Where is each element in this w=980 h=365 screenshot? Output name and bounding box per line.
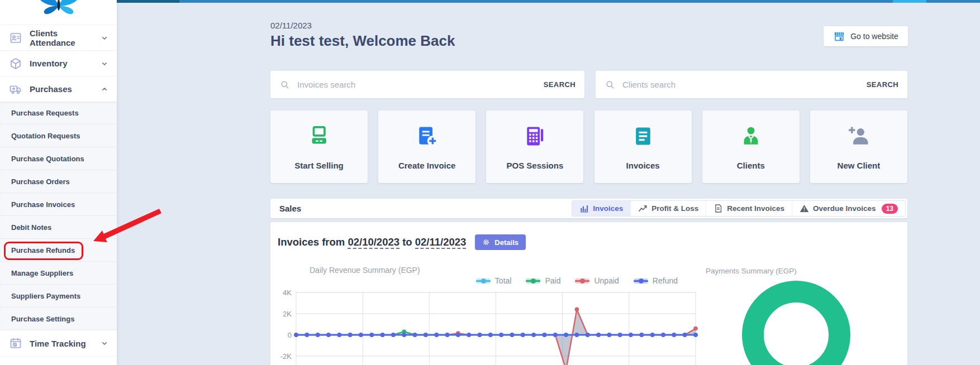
sidebar-item-time-tracking[interactable]: Time Tracking — [0, 330, 117, 356]
invoices-summary-panel: Invoices from 02/10/2023 to 02/11/2023 D… — [270, 222, 907, 365]
sidebar-subitem-quotation-requests[interactable]: Quotation Requests — [0, 124, 117, 147]
butterfly-logo-icon — [34, 0, 83, 25]
quick-actions-row: Start Selling Create Invoice POS Session… — [270, 111, 907, 183]
invoices-search-input[interactable] — [297, 80, 537, 89]
sidebar-item-purchases[interactable]: Purchases — [0, 76, 117, 102]
sidebar-subitem-purchase-quotations[interactable]: Purchase Quotations — [0, 147, 117, 170]
tab-recent-invoices[interactable]: Recent Invoices — [706, 201, 792, 216]
sidebar-subitem-suppliers-payments[interactable]: Suppliers Payments — [0, 285, 117, 308]
tab-profit-loss[interactable]: Profit & Loss — [630, 201, 706, 216]
clients-card[interactable]: Clients — [702, 111, 800, 183]
sidebar-item-inventory[interactable]: Inventory — [0, 50, 117, 76]
sidebar-subitem-purchase-settings[interactable]: Purchase Settings — [0, 308, 117, 330]
svg-text:2K: 2K — [283, 310, 292, 318]
start-selling-card[interactable]: Start Selling — [270, 111, 368, 183]
invoices-search-button[interactable]: SEARCH — [544, 80, 575, 89]
purchases-submenu: Purchase Requests Quotation Requests Pur… — [0, 102, 117, 330]
heading-to: to — [399, 236, 415, 248]
details-button-label: Details — [494, 238, 518, 247]
go-to-website-button[interactable]: Go to website — [824, 26, 908, 46]
sidebar: Clients Attendance Inventory — [0, 0, 117, 365]
greeting-rest: Welcome Back — [349, 32, 455, 49]
person-icon — [739, 124, 763, 148]
page-title: Hi test test, Welcome Back — [270, 32, 455, 50]
sidebar-subitem-purchase-invoices[interactable]: Purchase Invoices — [0, 193, 117, 216]
revenue-chart-title: Daily Revenue Summary (EGP) — [310, 266, 420, 275]
legend-item-refund[interactable]: Refund — [634, 276, 678, 285]
create-invoice-card[interactable]: Create Invoice — [378, 111, 475, 183]
legend-marker — [634, 278, 648, 284]
search-icon — [279, 79, 291, 90]
overdue-count-badge: 13 — [882, 204, 898, 214]
card-label: Clients — [737, 161, 765, 170]
chevron-up-icon — [100, 85, 109, 94]
date-to-link[interactable]: 02/11/2023 — [415, 236, 467, 249]
heading-prefix: Invoices from — [278, 236, 348, 248]
tab-label: Invoices — [593, 204, 623, 213]
calculator-icon — [522, 124, 547, 148]
sidebar-divider — [0, 356, 117, 364]
invoices-range-heading: Invoices from 02/10/2023 to 02/11/2023 — [278, 236, 466, 248]
clients-search-button[interactable]: SEARCH — [867, 80, 898, 89]
legend-marker — [575, 278, 589, 284]
calendar-clock-icon — [9, 337, 22, 350]
warning-icon — [800, 204, 809, 213]
document-plus-icon — [415, 124, 439, 148]
legend-label: Unpaid — [594, 276, 619, 285]
tab-overdue-invoices[interactable]: Overdue Invoices 13 — [792, 201, 905, 216]
search-icon — [605, 79, 616, 90]
sidebar-item-label: Inventory — [30, 59, 93, 68]
new-client-card[interactable]: New Client — [810, 111, 907, 183]
payments-donut — [742, 281, 850, 365]
greeting-name: Hi test test, — [270, 32, 349, 49]
sidebar-subitem-purchase-refunds[interactable]: Purchase Refunds — [0, 239, 117, 262]
sidebar-subitem-purchase-requests[interactable]: Purchase Requests — [0, 102, 117, 124]
legend-marker — [476, 278, 491, 284]
legend-label: Total — [495, 276, 512, 285]
sidebar-item-label: Purchases — [30, 84, 93, 94]
legend-item-total[interactable]: Total — [476, 276, 512, 285]
tab-label: Recent Invoices — [727, 204, 784, 213]
clients-search-input[interactable] — [622, 80, 860, 89]
details-button[interactable]: Details — [475, 234, 526, 250]
sidebar-subitem-manage-suppliers[interactable]: Manage Suppliers — [0, 262, 117, 285]
package-icon — [9, 57, 22, 70]
legend-item-unpaid[interactable]: Unpaid — [575, 276, 619, 285]
chart-legend: Total Paid Unpaid Refund — [438, 276, 678, 285]
svg-text:-2K: -2K — [280, 352, 292, 361]
tab-invoices[interactable]: Invoices — [572, 201, 630, 216]
date-from-link[interactable]: 02/10/2023 — [348, 236, 399, 249]
legend-item-paid[interactable]: Paid — [526, 276, 560, 285]
svg-text:4K: 4K — [283, 289, 292, 297]
invoices-search-bar: SEARCH — [270, 71, 584, 98]
progress-segment-cyan — [893, 0, 926, 3]
sales-tabgroup: Invoices Profit & Loss Recent Invoices O… — [572, 200, 906, 217]
progress-segment-dark — [117, 0, 179, 3]
storefront-icon — [833, 30, 845, 42]
chevron-down-icon — [100, 339, 109, 348]
panel-heading-row: Invoices from 02/10/2023 to 02/11/2023 D… — [278, 234, 526, 250]
line-chart-icon — [638, 204, 648, 213]
sales-section-bar: Sales Invoices Profit & Loss Recent Invo… — [270, 199, 907, 218]
sidebar-subitem-debit-notes[interactable]: Debit Notes — [0, 216, 117, 239]
svg-text:0: 0 — [288, 331, 292, 339]
app-logo[interactable] — [0, 0, 117, 25]
sales-title: Sales — [279, 204, 301, 213]
sidebar-item-clients-attendance[interactable]: Clients Attendance — [0, 25, 117, 50]
card-label: Start Selling — [294, 161, 344, 170]
sidebar-subitem-purchase-orders[interactable]: Purchase Orders — [0, 170, 117, 193]
tab-label: Overdue Invoices — [813, 204, 876, 213]
pos-sessions-card[interactable]: POS Sessions — [486, 111, 583, 183]
tab-label: Profit & Loss — [651, 204, 698, 213]
revenue-chart-svg: 4K2K0-2K — [270, 285, 698, 365]
current-date: 02/11/2023 — [270, 21, 312, 30]
sidebar-item-label: Time Tracking — [30, 339, 93, 348]
invoices-card[interactable]: Invoices — [594, 111, 692, 183]
sidebar-item-label: Clients Attendance — [30, 28, 93, 47]
bar-chart-icon — [579, 204, 589, 213]
card-label: Create Invoice — [398, 161, 456, 170]
person-plus-icon — [846, 124, 871, 148]
id-badge-icon — [9, 31, 22, 45]
chevron-down-icon — [100, 33, 109, 42]
clients-search-bar: SEARCH — [596, 71, 907, 98]
